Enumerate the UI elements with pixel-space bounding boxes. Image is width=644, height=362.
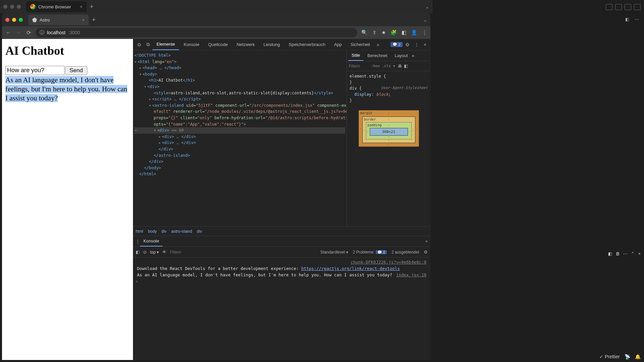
reload-button[interactable]: ⟳ (26, 30, 32, 36)
eye-icon[interactable]: 👁 (162, 250, 167, 255)
panel-icon[interactable]: ◧ (404, 63, 408, 69)
forward-button[interactable]: → (15, 30, 21, 36)
layout-icon[interactable] (625, 4, 631, 10)
more-icon[interactable]: » (412, 53, 414, 58)
tab-network[interactable]: Netzwerk (232, 39, 259, 50)
crumb[interactable]: div (197, 229, 202, 234)
share-icon[interactable]: ⇪ (372, 30, 377, 36)
extensions-icon[interactable]: 🧩 (390, 30, 397, 36)
dom-breadcrumb[interactable]: html body div astro-island div (133, 226, 430, 236)
issues-badge[interactable]: 💬 2 (390, 42, 403, 47)
profile-icon[interactable]: 👤 (411, 30, 417, 36)
console-filter-input[interactable] (170, 250, 317, 255)
address-bar: ← → ⟳ ⓘ localhost:3000 🔍 ⇪ ★ 🧩 ◧ 👤 ⋮ (2, 26, 430, 39)
inspect-icon[interactable]: ⯐ (135, 42, 144, 47)
crumb[interactable]: html (136, 229, 143, 234)
url-path: :3000 (68, 30, 80, 35)
dom-tree[interactable]: <!DOCTYPE html> ▾<html lang="en"> ▸<head… (133, 50, 347, 226)
tab-security[interactable]: Sicherheit (347, 39, 374, 50)
menu-icon[interactable]: ⋮ (412, 42, 421, 47)
page-heading: AI Chatbot (5, 44, 130, 58)
context-select[interactable]: top ▾ (150, 250, 159, 255)
close-icon[interactable]: × (425, 239, 428, 244)
browser-tab[interactable]: Astro × (28, 14, 89, 25)
prettier-status[interactable]: ✓ Prettier (599, 354, 620, 359)
styles-filter-input[interactable] (349, 64, 369, 69)
minimize-window-button[interactable] (12, 18, 16, 22)
cls-toggle[interactable]: .cls (382, 64, 391, 68)
problems-label[interactable]: 2 Probleme: 💬 2 (353, 250, 387, 255)
menu-icon[interactable]: ⋮ (422, 30, 427, 36)
settings-icon[interactable]: ⚙ (424, 250, 428, 255)
trash-icon[interactable]: 🗑 (615, 251, 620, 256)
tabs-dropdown-icon[interactable]: ⌄ (425, 4, 429, 9)
site-info-icon[interactable]: ⓘ (40, 30, 44, 36)
tab-application[interactable]: App (330, 39, 346, 50)
sidebar-icon[interactable]: ◧ (136, 250, 140, 255)
tabs-dropdown-icon[interactable]: ⌄ (423, 17, 427, 22)
rendered-page: AI Chatbot Send As an AI language model,… (2, 39, 133, 360)
chat-input[interactable] (5, 66, 64, 75)
close-icon[interactable]: × (638, 251, 641, 256)
close-icon[interactable]: × (422, 42, 428, 47)
console-output[interactable]: chunk-DFK0J226.js?v=9e6b4e8c:8 Download … (133, 258, 430, 360)
panel-icon[interactable]: ◧ (402, 30, 406, 36)
device-toggle-icon[interactable]: ⧉ (144, 42, 152, 47)
tab-performance[interactable]: Leistung (260, 39, 284, 50)
layout-icon[interactable] (615, 4, 622, 10)
styles-tab-layout[interactable]: Layout (392, 50, 411, 61)
tab-console[interactable]: Konsole (180, 39, 203, 50)
maximize-window-button[interactable] (19, 18, 23, 22)
settings-icon[interactable]: ⚙ (403, 42, 412, 47)
menu-icon[interactable]: ⋮ (136, 239, 140, 244)
bell-icon[interactable]: 🔔 (635, 354, 641, 359)
more-icon[interactable]: ⋯ (635, 17, 641, 22)
style-rules[interactable]: element.style { } div {User-Agent-Styles… (347, 71, 430, 105)
crumb[interactable]: astro-island (171, 229, 192, 234)
bookmark-star-icon[interactable]: ★ (381, 30, 386, 36)
panel-icon[interactable]: ◧ (608, 251, 612, 256)
more-icon[interactable]: ⋯ (623, 251, 628, 256)
styles-tab-styles[interactable]: Stile (348, 50, 363, 61)
tab-sources[interactable]: Quellcode (204, 39, 232, 50)
zoom-icon[interactable]: 🔍 (361, 30, 368, 36)
outer-tab[interactable]: Chrome Browser × (26, 1, 87, 12)
tab-title: Astro (40, 17, 79, 22)
new-rule-icon[interactable]: + (393, 63, 396, 69)
tab-memory[interactable]: Speicherverbrauch (285, 39, 329, 50)
devtools: ⯐ ⧉ Elemente Konsole Quellcode Netzwerk … (133, 39, 430, 360)
send-button[interactable]: Send (65, 66, 87, 75)
close-window-button[interactable] (5, 18, 9, 22)
back-button[interactable]: ← (5, 30, 11, 36)
console-drawer: ⋮ Konsole × ◧ ⊘ top ▾ 👁 Standardlevel ▾ … (133, 236, 430, 360)
close-icon[interactable]: × (82, 17, 85, 22)
box-model[interactable]: margin ---- border ---- padding ---- 308… (359, 110, 419, 147)
crumb[interactable]: div (162, 229, 167, 234)
split-icon[interactable]: ◧ (625, 17, 631, 22)
new-tab-button[interactable]: + (92, 16, 96, 24)
outer-tab-title: Chrome Browser (38, 4, 77, 9)
tab-elements[interactable]: Elemente (152, 39, 179, 50)
chevron-up-icon[interactable]: ⌃ (631, 251, 635, 256)
print-icon[interactable]: 🖶 (398, 63, 402, 69)
feedback-icon[interactable]: 📡 (625, 354, 630, 359)
clear-icon[interactable]: ⊘ (143, 250, 147, 255)
hidden-label[interactable]: 2 ausgeblendet (392, 250, 419, 255)
styles-tab-computed[interactable]: Berechnet (364, 50, 390, 61)
new-tab-button[interactable]: + (90, 3, 94, 10)
layout-icon[interactable] (606, 4, 612, 10)
console-tab[interactable]: Konsole (140, 236, 163, 246)
console-prompt[interactable]: › (133, 278, 430, 284)
level-select[interactable]: Standardlevel ▾ (320, 250, 348, 255)
vscode-panel: ◧ ⋯ ◧ 🗑 ⋯ ⌃ × ✓ Prettier 📡 🔔 (432, 0, 644, 362)
devtools-link[interactable]: https://reactjs.org/link/react-devtools (301, 266, 400, 271)
chrome-tab-bar: Astro × + ⌄ (2, 13, 430, 26)
hov-toggle[interactable]: :hov (371, 64, 380, 68)
source-link[interactable]: index.jsx:18 (396, 272, 426, 277)
source-link[interactable]: chunk-DFK0J226.js?v=9e6b4e8c:8 (351, 260, 426, 265)
more-tabs-icon[interactable]: » (375, 42, 381, 47)
close-icon[interactable]: × (80, 4, 83, 9)
url-field[interactable]: ⓘ localhost:3000 (36, 28, 357, 37)
crumb[interactable]: body (148, 229, 157, 234)
layout-icon[interactable] (634, 4, 641, 10)
